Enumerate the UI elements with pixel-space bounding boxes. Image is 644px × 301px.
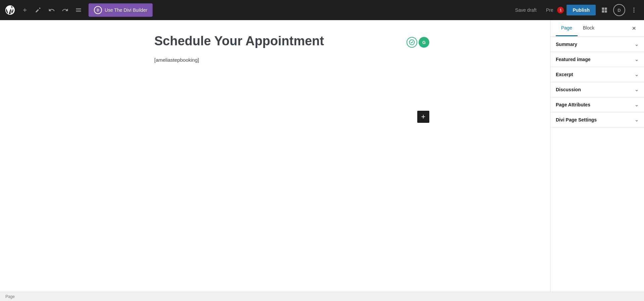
main-area: G Schedule Your Appointment [ameliastepb… bbox=[0, 20, 644, 292]
panel-discussion-header[interactable]: Discussion ⌄ bbox=[550, 82, 644, 97]
chevron-down-icon-2: ⌄ bbox=[635, 57, 639, 62]
chevron-down-icon-5: ⌄ bbox=[635, 102, 639, 107]
amelia-plugin-icon[interactable] bbox=[407, 37, 417, 48]
panel-page-attributes-header[interactable]: Page Attributes ⌄ bbox=[550, 97, 644, 112]
editor-plugin-icons: G bbox=[407, 37, 429, 48]
more-options-button[interactable] bbox=[628, 4, 640, 16]
chevron-down-icon-4: ⌄ bbox=[635, 87, 639, 92]
divi-settings-button[interactable]: D bbox=[613, 4, 625, 16]
tab-block[interactable]: Block bbox=[578, 20, 600, 36]
grammar-plugin-icon[interactable]: G bbox=[419, 37, 429, 48]
panel-page-attributes: Page Attributes ⌄ bbox=[550, 97, 644, 112]
sidebar: Page Block × Summary ⌄ Featured image ⌄ … bbox=[550, 20, 644, 292]
chevron-down-icon-3: ⌄ bbox=[635, 72, 639, 77]
undo-button[interactable] bbox=[46, 4, 58, 16]
panel-featured-image: Featured image ⌄ bbox=[550, 52, 644, 67]
panel-featured-image-label: Featured image bbox=[556, 57, 590, 62]
panel-page-attributes-label: Page Attributes bbox=[556, 102, 590, 107]
divi-logo-icon: D bbox=[94, 6, 102, 14]
panel-discussion-label: Discussion bbox=[556, 87, 581, 92]
main-toolbar: D Use The Divi Builder Save draft Pre 1 … bbox=[0, 0, 644, 20]
panel-excerpt: Excerpt ⌄ bbox=[550, 67, 644, 82]
page-title[interactable]: Schedule Your Appointment bbox=[154, 34, 396, 49]
svg-point-1 bbox=[633, 9, 634, 10]
wp-logo bbox=[4, 4, 16, 16]
editor-content: G Schedule Your Appointment [ameliastepb… bbox=[141, 34, 409, 278]
status-bar-label: Page bbox=[5, 294, 15, 299]
sidebar-close-button[interactable]: × bbox=[629, 24, 639, 33]
panel-summary: Summary ⌄ bbox=[550, 37, 644, 52]
redo-button[interactable] bbox=[59, 4, 71, 16]
panel-divi-page-settings-label: Divi Page Settings bbox=[556, 117, 597, 122]
panel-divi-page-settings: Divi Page Settings ⌄ bbox=[550, 112, 644, 128]
status-bar: Page bbox=[0, 292, 644, 301]
divi-builder-button[interactable]: D Use The Divi Builder bbox=[89, 3, 153, 17]
toolbar-right-actions: Save draft Pre 1 Publish D bbox=[512, 4, 640, 16]
chevron-down-icon: ⌄ bbox=[635, 42, 639, 47]
panel-excerpt-header[interactable]: Excerpt ⌄ bbox=[550, 67, 644, 82]
editor-area: G Schedule Your Appointment [ameliastepb… bbox=[0, 20, 550, 292]
shortcode-block[interactable]: [ameliastepbooking] bbox=[154, 57, 396, 63]
panel-excerpt-label: Excerpt bbox=[556, 72, 573, 77]
panel-summary-label: Summary bbox=[556, 42, 577, 47]
preview-button[interactable]: Pre bbox=[543, 5, 557, 15]
divi-builder-label: Use The Divi Builder bbox=[105, 7, 147, 13]
save-draft-button[interactable]: Save draft bbox=[512, 5, 540, 15]
add-block-toolbar-button[interactable] bbox=[19, 4, 31, 16]
sidebar-tabs: Page Block bbox=[556, 20, 600, 36]
svg-point-0 bbox=[633, 8, 634, 9]
publish-button[interactable]: Publish bbox=[567, 5, 596, 15]
tab-page[interactable]: Page bbox=[556, 20, 578, 36]
chevron-down-icon-6: ⌄ bbox=[635, 117, 639, 122]
add-block-button[interactable]: + bbox=[417, 111, 429, 123]
panel-discussion: Discussion ⌄ bbox=[550, 82, 644, 97]
tools-button[interactable] bbox=[72, 4, 85, 16]
panel-summary-header[interactable]: Summary ⌄ bbox=[550, 37, 644, 52]
preview-badge: 1 bbox=[557, 7, 564, 13]
edit-button[interactable] bbox=[32, 4, 44, 16]
preview-label: Pre bbox=[546, 7, 553, 13]
panel-featured-image-header[interactable]: Featured image ⌄ bbox=[550, 52, 644, 67]
layout-toggle-button[interactable] bbox=[598, 4, 610, 16]
sidebar-header: Page Block × bbox=[550, 20, 644, 37]
panel-divi-page-settings-header[interactable]: Divi Page Settings ⌄ bbox=[550, 112, 644, 127]
svg-point-2 bbox=[633, 11, 634, 12]
